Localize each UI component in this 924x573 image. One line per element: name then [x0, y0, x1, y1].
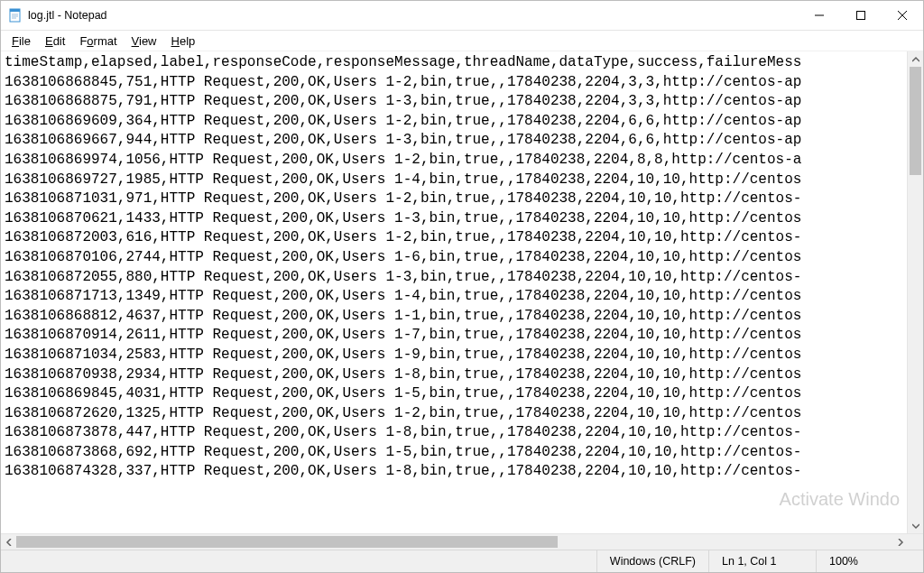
menu-view[interactable]: View [125, 33, 164, 49]
menu-format[interactable]: Format [72, 33, 124, 49]
content-area: timeStamp,elapsed,label,responseCode,res… [1, 51, 923, 533]
activate-windows-watermark: Activate Windo [780, 489, 900, 510]
menu-format-rest: rmat [94, 34, 117, 48]
menu-view-rest: iew [139, 34, 157, 48]
status-zoom: 100% [816, 550, 923, 572]
scroll-right-arrow-icon[interactable] [892, 534, 908, 550]
notepad-icon [8, 8, 23, 23]
minimize-button[interactable] [799, 1, 840, 30]
menu-file[interactable]: File [5, 33, 38, 49]
text-content[interactable]: timeStamp,elapsed,label,responseCode,res… [1, 51, 907, 484]
horizontal-scrollbar[interactable] [1, 533, 923, 550]
menu-help-rest: elp [180, 34, 195, 48]
svg-rect-6 [857, 12, 865, 20]
window-title: log.jtl - Notepad [28, 9, 107, 22]
titlebar[interactable]: log.jtl - Notepad [1, 1, 923, 31]
statusbar: Windows (CRLF) Ln 1, Col 1 100% [1, 550, 923, 572]
scrollbar-corner [908, 534, 923, 550]
menu-help[interactable]: Help [164, 33, 203, 49]
menubar: File Edit Format View Help [1, 31, 923, 51]
maximize-button[interactable] [840, 1, 882, 30]
status-position: Ln 1, Col 1 [708, 550, 816, 572]
scroll-down-arrow-icon[interactable] [908, 518, 923, 533]
scroll-left-arrow-icon[interactable] [1, 534, 16, 550]
horizontal-scroll-track[interactable] [16, 534, 892, 550]
svg-rect-1 [10, 9, 20, 12]
text-editor[interactable]: timeStamp,elapsed,label,responseCode,res… [1, 51, 907, 533]
vertical-scroll-track[interactable] [908, 67, 923, 518]
status-encoding: Windows (CRLF) [596, 550, 708, 572]
menu-file-rest: ile [19, 34, 31, 48]
status-spacer [1, 550, 596, 572]
horizontal-scroll-thumb[interactable] [16, 536, 558, 548]
vertical-scroll-thumb[interactable] [910, 67, 921, 175]
scroll-up-arrow-icon[interactable] [908, 51, 923, 67]
menu-edit[interactable]: Edit [38, 33, 72, 49]
window-controls [799, 1, 923, 30]
menu-edit-rest: dit [53, 34, 66, 48]
vertical-scrollbar[interactable] [907, 51, 923, 533]
notepad-window: log.jtl - Notepad File Edit Format View … [0, 0, 924, 573]
close-button[interactable] [882, 1, 923, 30]
